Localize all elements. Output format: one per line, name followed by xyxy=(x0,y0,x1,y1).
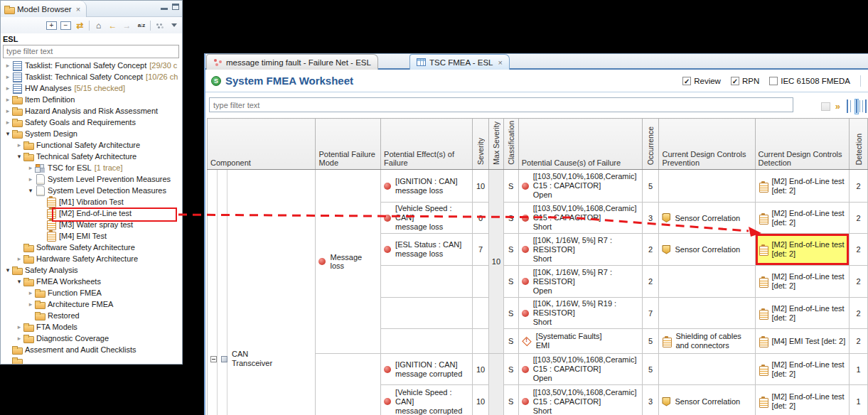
tree-item[interactable]: ▸System Level Prevention Measures xyxy=(1,173,182,185)
failure-mode-cell[interactable] xyxy=(316,354,381,415)
expander-icon[interactable]: ▾ xyxy=(15,278,23,285)
severity-cell[interactable] xyxy=(473,298,489,329)
model-browser-tab[interactable]: Model Browser × xyxy=(1,1,87,17)
detection-cell[interactable]: 1 xyxy=(850,354,868,385)
cause-cell[interactable]: [[103,50V,10%,1608,Ceramic]C15 : CAPACIT… xyxy=(518,354,642,385)
close-icon[interactable]: × xyxy=(498,58,502,67)
occurrence-cell[interactable]: 5 xyxy=(642,170,659,203)
col-detection[interactable]: Detection xyxy=(850,119,868,170)
tree-item[interactable]: [M2] End-of-Line test xyxy=(1,208,182,219)
tree-item[interactable]: [M4] EMI Test xyxy=(1,230,182,242)
max-severity-cell[interactable]: 10 xyxy=(489,170,504,354)
component-cell[interactable]: CAN Transceiver xyxy=(208,170,316,415)
detection-control-cell-highlighted[interactable]: [M2] End-of-Line test[det: 2] xyxy=(755,234,850,266)
tree-item[interactable]: ▾System Level Detection Measures xyxy=(1,185,182,196)
occurrence-cell[interactable]: 2 xyxy=(642,266,659,298)
table-filter-input[interactable] xyxy=(209,97,793,112)
col-causes[interactable]: Potential Cause(s) of Failure xyxy=(518,119,642,170)
detection-control-cell[interactable]: [M2] End-of-Line test[det: 2] xyxy=(755,203,850,234)
tree-item[interactable]: ▾Technical Safety Architecture xyxy=(1,151,182,162)
severity-cell[interactable] xyxy=(473,329,489,354)
effect-cell[interactable] xyxy=(381,266,473,298)
tree-item[interactable] xyxy=(1,355,182,365)
col-component[interactable]: Component xyxy=(208,119,316,170)
view-menu-icon[interactable] xyxy=(171,23,177,27)
tree-item[interactable]: ▸Safety Goals and Requirements xyxy=(1,117,182,128)
expander-icon[interactable]: ▸ xyxy=(26,164,35,171)
tab-tsc-fmea[interactable]: TSC FMEA - ESL × xyxy=(409,54,510,70)
checkbox-checked-icon[interactable]: ✓ xyxy=(682,77,691,85)
col-prevention[interactable]: Current Design Controls Prevention xyxy=(659,119,755,170)
collapse-all-icon[interactable]: − xyxy=(60,21,71,30)
cause-cell[interactable]: [[103,50V,10%,1608,Ceramic]C15 : CAPACIT… xyxy=(518,170,642,203)
severity-cell[interactable]: 10 xyxy=(473,385,489,415)
failure-mode-cell[interactable]: Message loss xyxy=(316,170,381,354)
tree-item[interactable]: ▸Tasklist: Technical Safety Concept[10/2… xyxy=(1,71,182,82)
tree-item[interactable]: ▸HW Analyses[5/15 checked] xyxy=(1,82,182,94)
expander-icon[interactable]: ▸ xyxy=(15,323,23,330)
col-occurrence[interactable]: Occurrence xyxy=(642,119,659,170)
tree-filter-input[interactable] xyxy=(3,45,179,58)
col-effects[interactable]: Potential Effect(s) of Failure xyxy=(381,119,473,170)
detection-control-cell[interactable]: [M2] End-of-Line test[det: 2] xyxy=(755,170,850,203)
tab-failure-net[interactable]: message timing fault - Failure Net - ESL xyxy=(206,54,378,70)
detection-control-cell[interactable]: [M4] EMI Test [det: 2] xyxy=(755,329,850,354)
cause-cell[interactable]: [[10K, 1/16W, 5%] R19 :RESISTOR]Short xyxy=(518,298,642,329)
cause-cell[interactable]: [[10K, 1/16W, 5%] R7 :RESISTOR]Short xyxy=(518,234,642,266)
tree-item[interactable]: ▸Architecture FMEA xyxy=(1,298,182,310)
prevention-cell[interactable] xyxy=(659,266,755,298)
col-detection-controls[interactable]: Current Design Controls Detection xyxy=(755,119,850,170)
expander-icon[interactable]: ▸ xyxy=(4,107,12,114)
cause-cell[interactable]: [[103,50V,10%,1608,Ceramic]C15 : CAPACIT… xyxy=(518,385,642,415)
col-max-severity[interactable]: Max Severity xyxy=(489,119,504,170)
severity-cell[interactable]: 10 xyxy=(473,170,489,203)
classification-cell[interactable]: S xyxy=(503,266,518,298)
close-icon[interactable]: × xyxy=(76,5,80,14)
checkbox-unchecked-icon[interactable] xyxy=(769,77,778,85)
effect-cell[interactable]: [IGNITION : CAN]message loss xyxy=(381,170,473,203)
tree-item[interactable]: Assesment and Audit Checklists xyxy=(1,344,182,355)
severity-cell[interactable]: 10 xyxy=(473,354,489,385)
detection-cell[interactable]: 2 xyxy=(850,170,868,203)
home-icon[interactable]: ⌂ xyxy=(93,20,104,31)
prevention-cell[interactable]: Sensor Correlation xyxy=(659,234,755,266)
col-severity[interactable]: Severity xyxy=(473,119,489,170)
tree-item[interactable]: ▸FTA Models xyxy=(1,321,182,333)
detection-cell[interactable]: 1 xyxy=(850,385,868,415)
expander-icon[interactable]: ▸ xyxy=(26,289,35,296)
expand-all-icon[interactable]: + xyxy=(46,21,57,30)
effect-cell[interactable] xyxy=(381,329,473,354)
expander-icon[interactable]: ▸ xyxy=(15,141,23,149)
occurrence-cell[interactable]: 3 xyxy=(642,385,659,415)
tree-item[interactable]: ▾System Design xyxy=(1,128,182,139)
severity-cell[interactable]: 0 xyxy=(473,203,489,234)
occurrence-cell[interactable]: 3 xyxy=(642,203,659,234)
expander-icon[interactable]: ▸ xyxy=(15,255,23,262)
tree-item[interactable]: ▸TSC for ESL[1 trace] xyxy=(1,162,182,173)
expander-icon[interactable]: ▸ xyxy=(15,335,23,342)
effect-cell[interactable]: [ESL Status : CAN]message loss xyxy=(381,234,473,266)
max-severity-cell[interactable] xyxy=(489,354,504,415)
cause-cell[interactable]: [[10K, 1/16W, 5%] R7 :RESISTOR]Open xyxy=(518,266,642,298)
expander-icon[interactable]: ▸ xyxy=(4,96,12,103)
tree-item[interactable]: ▸Tasklist: Functional Safety Concept[29/… xyxy=(1,60,182,71)
expander-icon[interactable]: ▾ xyxy=(15,153,23,160)
maximize-icon[interactable] xyxy=(172,4,179,10)
expander-icon[interactable]: ▸ xyxy=(26,301,35,308)
prevention-cell[interactable]: Shielding of cables and connectors xyxy=(659,329,755,354)
prevention-cell[interactable] xyxy=(659,298,755,329)
expander-icon[interactable]: ▸ xyxy=(4,119,12,126)
detection-cell[interactable]: 2 xyxy=(850,298,868,329)
sort-az-icon[interactable]: a↓z xyxy=(136,20,146,31)
expander-icon[interactable]: ▸ xyxy=(26,176,35,183)
occurrence-cell[interactable]: 5 xyxy=(642,354,659,385)
detection-control-cell[interactable]: [M2] End-of-Line test[det: 2] xyxy=(755,266,850,298)
filters-icon[interactable] xyxy=(156,22,164,29)
classification-cell[interactable]: S xyxy=(503,385,518,415)
rpn-checkbox[interactable]: ✓ RPN xyxy=(731,77,759,85)
prevention-cell[interactable] xyxy=(659,354,755,385)
tree-item[interactable]: ▸Item Definition xyxy=(1,94,182,105)
detection-cell[interactable]: 2 xyxy=(850,203,868,234)
classification-cell[interactable]: S xyxy=(503,203,518,234)
cause-cell[interactable]: [[103,50V,10%,1608,Ceramic]C15 : CAPACIT… xyxy=(518,203,642,234)
